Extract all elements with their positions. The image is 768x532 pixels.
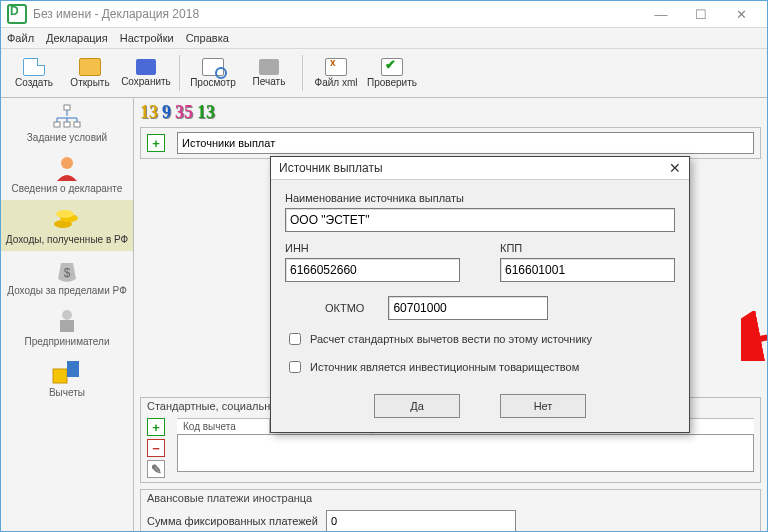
menu-file[interactable]: Файл	[7, 32, 34, 44]
edit-deduction-button[interactable]: ✎	[147, 460, 165, 478]
sidebar-item-declarant[interactable]: Сведения о декларанте	[1, 149, 133, 200]
window-minimize-button[interactable]: —	[641, 3, 681, 25]
investment-checkbox[interactable]	[289, 361, 301, 373]
xml-file-icon	[325, 58, 347, 76]
app-logo-icon	[7, 4, 27, 24]
sidebar: Задание условий Сведения о декларанте До…	[1, 98, 134, 532]
add-source-button[interactable]: +	[147, 134, 165, 152]
investment-checkbox-row[interactable]: Источник является инвестиционным товарищ…	[285, 358, 675, 376]
sources-section: +	[140, 127, 761, 159]
person-icon	[51, 155, 83, 181]
menu-settings[interactable]: Настройки	[120, 32, 174, 44]
kpp-label: КПП	[500, 242, 675, 254]
dialog-no-button[interactable]: Нет	[500, 394, 586, 418]
rate-tab-9[interactable]: 9	[162, 102, 171, 123]
inn-input[interactable]	[285, 258, 460, 282]
dialog-yes-button[interactable]: Да	[374, 394, 460, 418]
new-file-icon	[23, 58, 45, 76]
remove-deduction-button[interactable]: −	[147, 439, 165, 457]
svg-point-9	[62, 310, 72, 320]
toolbar: Создать Открыть Сохранить Просмотр Печат…	[1, 49, 767, 98]
svg-rect-11	[53, 369, 67, 383]
color-tabs: 13 9 35 13	[140, 102, 761, 123]
svg-point-4	[61, 157, 73, 169]
main-panel: 13 9 35 13 + Стандартные, социальные и и…	[134, 98, 767, 532]
kpp-input[interactable]	[500, 258, 675, 282]
oktmo-input[interactable]	[388, 296, 548, 320]
sidebar-item-deductions[interactable]: Вычеты	[1, 353, 133, 404]
window-maximize-button[interactable]: ☐	[681, 3, 721, 25]
oktmo-label: ОКТМО	[325, 302, 364, 314]
window-close-button[interactable]: ✕	[721, 3, 761, 25]
coins-icon	[51, 206, 83, 232]
std-deduction-checkbox-row[interactable]: Расчет стандартных вычетов вести по этом…	[285, 330, 675, 348]
source-name-input[interactable]	[285, 208, 675, 232]
svg-point-7	[56, 210, 74, 218]
income-source-dialog: Источник выплаты ✕ Наименование источник…	[270, 156, 690, 433]
diskette-icon	[136, 59, 156, 75]
titlebar: Без имени - Декларация 2018 — ☐ ✕	[1, 1, 767, 27]
toolbar-open[interactable]: Открыть	[63, 53, 117, 93]
dialog-title: Источник выплаты	[279, 161, 383, 175]
businessman-icon	[51, 308, 83, 334]
sidebar-item-income-rf[interactable]: Доходы, полученные в РФ	[1, 200, 133, 251]
sidebar-item-entrepreneur[interactable]: Предприниматели	[1, 302, 133, 353]
sidebar-item-income-abroad[interactable]: $ Доходы за пределами РФ	[1, 251, 133, 302]
advance-section: Авансовые платежи иностранца Сумма фикси…	[140, 489, 761, 532]
menu-help[interactable]: Справка	[186, 32, 229, 44]
investment-label: Источник является инвестиционным товарищ…	[310, 361, 579, 373]
toolbar-separator	[302, 55, 303, 91]
menubar: Файл Декларация Настройки Справка	[1, 27, 767, 49]
inn-label: ИНН	[285, 242, 460, 254]
deductions-table-body[interactable]	[177, 434, 754, 472]
window-title: Без имени - Декларация 2018	[33, 7, 199, 21]
advance-label: Сумма фиксированных платежей	[147, 515, 318, 527]
svg-rect-10	[60, 320, 74, 332]
std-deduction-label: Расчет стандартных вычетов вести по этом…	[310, 333, 592, 345]
std-deduction-checkbox[interactable]	[289, 333, 301, 345]
checkmark-icon	[381, 58, 403, 76]
magnifier-icon	[202, 58, 224, 76]
folder-open-icon	[79, 58, 101, 76]
add-deduction-button[interactable]: +	[147, 418, 165, 436]
advance-header: Авансовые платежи иностранца	[141, 490, 760, 506]
col-code: Код вычета	[177, 419, 270, 434]
svg-rect-0	[64, 105, 70, 110]
menu-declaration[interactable]: Декларация	[46, 32, 108, 44]
toolbar-check[interactable]: Проверить	[365, 53, 419, 93]
app-window: Без имени - Декларация 2018 — ☐ ✕ Файл Д…	[0, 0, 768, 532]
moneybag-icon: $	[51, 257, 83, 283]
toolbar-preview[interactable]: Просмотр	[186, 53, 240, 93]
source-name-label: Наименование источника выплаты	[285, 192, 675, 204]
svg-text:$: $	[64, 266, 71, 280]
toolbar-new[interactable]: Создать	[7, 53, 61, 93]
dialog-close-button[interactable]: ✕	[669, 160, 681, 176]
svg-rect-12	[67, 361, 79, 377]
rate-tab-35[interactable]: 35	[175, 102, 193, 123]
calculator-icon	[51, 359, 83, 385]
rate-tab-13a[interactable]: 13	[140, 102, 158, 123]
toolbar-filexml[interactable]: Файл xml	[309, 53, 363, 93]
tree-icon	[51, 104, 83, 130]
sidebar-item-conditions[interactable]: Задание условий	[1, 98, 133, 149]
toolbar-separator	[179, 55, 180, 91]
toolbar-print[interactable]: Печать	[242, 53, 296, 93]
svg-rect-2	[64, 122, 70, 127]
printer-icon	[259, 59, 279, 75]
rate-tab-13b[interactable]: 13	[197, 102, 215, 123]
toolbar-save[interactable]: Сохранить	[119, 53, 173, 93]
sources-header-input[interactable]	[177, 132, 754, 154]
advance-value-input[interactable]	[326, 510, 516, 532]
svg-rect-3	[74, 122, 80, 127]
svg-rect-1	[54, 122, 60, 127]
